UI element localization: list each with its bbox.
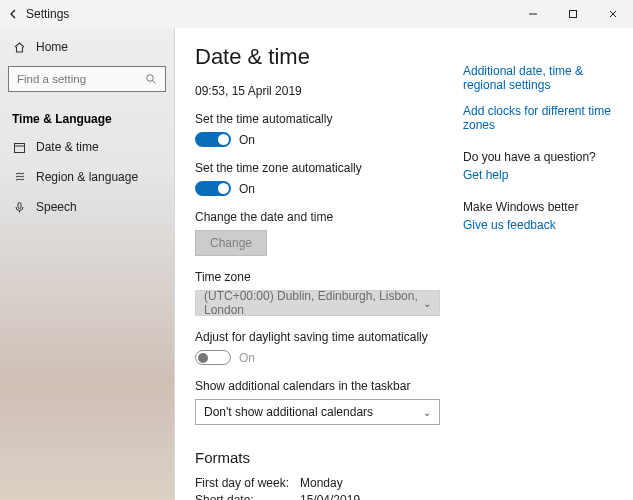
home-icon <box>12 41 26 54</box>
sidebar-section-header: Time & Language <box>0 102 174 132</box>
tz-value: (UTC+00:00) Dublin, Edinburgh, Lisbon, L… <box>204 289 423 317</box>
format-val: 15/04/2019 <box>300 493 360 500</box>
main-content: Date & time 09:53, 15 April 2019 Set the… <box>175 28 463 500</box>
back-icon[interactable] <box>8 8 20 20</box>
format-key: First day of week: <box>195 476 300 490</box>
dst-label: Adjust for daylight saving time automati… <box>195 330 453 344</box>
auto-tz-toggle[interactable]: On <box>195 181 453 196</box>
toggle-state: On <box>239 182 255 196</box>
close-button[interactable] <box>593 0 633 28</box>
search-placeholder: Find a setting <box>17 73 86 85</box>
formats-list: First day of week:Monday Short date:15/0… <box>195 476 453 500</box>
related-links: Additional date, time & regional setting… <box>463 28 633 500</box>
auto-time-label: Set the time automatically <box>195 112 453 126</box>
window-title: Settings <box>26 7 69 21</box>
related-link-regional[interactable]: Additional date, time & regional setting… <box>463 64 621 92</box>
tz-select: (UTC+00:00) Dublin, Edinburgh, Lisbon, L… <box>195 290 440 316</box>
addcal-value: Don't show additional calendars <box>204 405 373 419</box>
svg-point-2 <box>147 75 154 82</box>
sidebar-item-date-time[interactable]: Date & time <box>0 132 174 162</box>
help-link[interactable]: Get help <box>463 168 621 182</box>
microphone-icon <box>12 201 26 214</box>
svg-rect-6 <box>18 202 21 208</box>
sidebar-item-speech[interactable]: Speech <box>0 192 174 222</box>
chevron-down-icon: ⌄ <box>423 298 431 309</box>
addcal-label: Show additional calendars in the taskbar <box>195 379 453 393</box>
help-label: Do you have a question? <box>463 150 621 164</box>
globe-icon <box>12 171 26 184</box>
format-key: Short date: <box>195 493 300 500</box>
sidebar-home-label: Home <box>36 40 68 54</box>
search-input[interactable]: Find a setting <box>8 66 166 92</box>
toggle-state: On <box>239 351 255 365</box>
toggle-state: On <box>239 133 255 147</box>
feedback-link[interactable]: Give us feedback <box>463 218 621 232</box>
sidebar-item-region[interactable]: Region & language <box>0 162 174 192</box>
addcal-select[interactable]: Don't show additional calendars ⌄ <box>195 399 440 425</box>
sidebar: Home Find a setting Time & Language Date… <box>0 28 175 500</box>
calendar-icon <box>12 141 26 154</box>
related-link-clocks[interactable]: Add clocks for different time zones <box>463 104 621 132</box>
sidebar-item-label: Speech <box>36 200 77 214</box>
search-icon <box>145 73 157 85</box>
sidebar-item-label: Region & language <box>36 170 138 184</box>
current-time: 09:53, 15 April 2019 <box>195 84 453 98</box>
format-val: Monday <box>300 476 343 490</box>
sidebar-home[interactable]: Home <box>0 32 174 62</box>
auto-time-toggle[interactable]: On <box>195 132 453 147</box>
maximize-button[interactable] <box>553 0 593 28</box>
dst-toggle: On <box>195 350 453 365</box>
svg-rect-4 <box>14 143 24 152</box>
minimize-button[interactable] <box>513 0 553 28</box>
auto-tz-label: Set the time zone automatically <box>195 161 453 175</box>
svg-rect-1 <box>570 11 577 18</box>
change-dt-label: Change the date and time <box>195 210 453 224</box>
formats-heading: Formats <box>195 449 453 466</box>
chevron-down-icon: ⌄ <box>423 407 431 418</box>
tz-label: Time zone <box>195 270 453 284</box>
titlebar: Settings <box>0 0 633 28</box>
sidebar-item-label: Date & time <box>36 140 99 154</box>
svg-line-3 <box>153 81 156 84</box>
page-title: Date & time <box>195 44 453 70</box>
change-button: Change <box>195 230 267 256</box>
feedback-label: Make Windows better <box>463 200 621 214</box>
